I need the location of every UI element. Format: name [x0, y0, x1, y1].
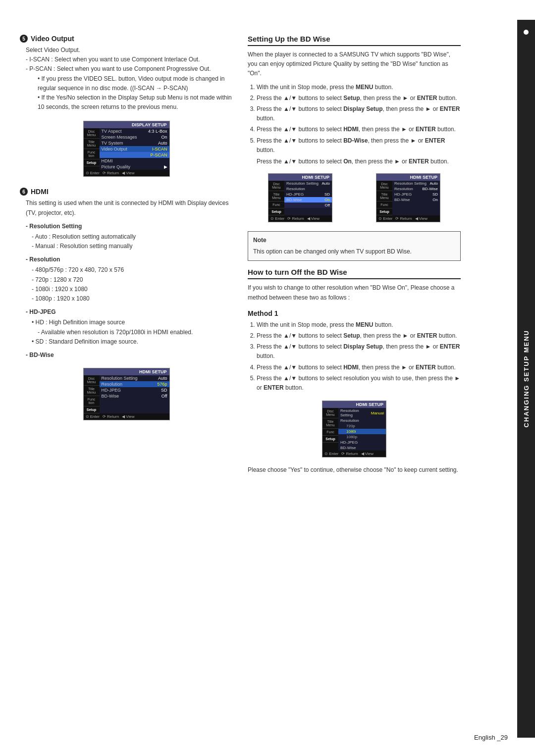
- hf-enter: ⊙ Enter: [86, 414, 100, 419]
- display-setup-body: DiscMenu TitleMenu Function Setup TV Asp…: [84, 128, 169, 170]
- m1s-title: HDMI SETUP: [322, 401, 386, 408]
- screen-messages: Screen MessagesOn: [100, 134, 169, 140]
- bdw-step4: Press the ▲/▼ buttons to select HDMI, th…: [257, 125, 461, 134]
- video-output-header: 5 Video Output: [20, 35, 233, 43]
- hf-view: ◀ View: [122, 414, 134, 419]
- hdmi-screen-footer: ⊙ Enter ⟳ Return ◀ View: [84, 413, 169, 420]
- method1-section: Method 1 With the unit in Stop mode, pre…: [248, 309, 461, 393]
- hdmi-intro: This setting is used when the unit is co…: [26, 199, 233, 217]
- method1-title: Method 1: [248, 309, 461, 317]
- screen-video-output-iscan: Video OutputI-SCAN: [100, 146, 169, 152]
- main-content: 5 Video Output Select Video Output. - I-…: [0, 20, 517, 736]
- hn-disc-menu: DiscMenu: [84, 375, 100, 386]
- method1-screen-container: HDMI SETUP DiscMenu TitleMenu Func Setup…: [248, 397, 461, 461]
- hdmi-screen-main: Resolution SettingAuto Resolution576p HD…: [100, 375, 169, 413]
- bds1-title: HDMI SETUP: [268, 174, 332, 181]
- bd-wise-screen1: HDMI SETUP DiscMenu TitleMenu Func Setup…: [268, 173, 332, 222]
- res-720: - 720p : 1280 x 720: [32, 275, 233, 285]
- bds2-n3: Func: [376, 202, 392, 208]
- m1s-nav: DiscMenu TitleMenu Func Setup: [322, 408, 338, 451]
- resolution-items: - 480p/576p : 720 x 480, 720 x 576 - 720…: [32, 265, 233, 303]
- bds2-main: Resolution SettingAuto ResolutionBD-Wise…: [392, 181, 440, 215]
- bds2-nav: DiscMenu TitleMenu Func Setup: [376, 181, 392, 215]
- bds1-footer: ⊙ Enter ⟳ Return ◀ View: [268, 215, 332, 222]
- screen-tv-aspect: TV Aspect4:3 L-Box: [100, 128, 169, 134]
- bd-wise-setup-title: Setting Up the BD Wise: [248, 35, 461, 46]
- resolution-setting-items: - Auto : Resolution setting automaticall…: [32, 232, 233, 251]
- m1-step5: Press the ▲/▼ buttons to select resoluti…: [257, 374, 461, 393]
- page-number: English _29: [474, 734, 508, 741]
- note-title: Note: [253, 236, 455, 245]
- method1-screen: HDMI SETUP DiscMenu TitleMenu Func Setup…: [322, 401, 386, 457]
- sidebar: CHANGING SETUP MENU: [517, 20, 535, 738]
- bds2-n1: DiscMenu: [376, 181, 392, 191]
- bds2-n4: Setup: [376, 208, 392, 215]
- m1-step2: Press the ▲/▼ buttons to select Setup, t…: [257, 331, 461, 341]
- hdmi-setup-title: HDMI SETUP: [84, 368, 169, 375]
- hn-function: Function: [84, 396, 100, 406]
- hd-sd: • SD : Standard Definition image source.: [32, 337, 233, 347]
- bdw-step1: With the unit in Stop mode, press the ME…: [257, 83, 461, 92]
- m1s-main: Resolution SettingManual Resolution 720p…: [338, 408, 386, 451]
- bds2-body: DiscMenu TitleMenu Func Setup Resolution…: [376, 181, 440, 215]
- note-yesno: • If the Yes/No selection in the Display…: [38, 93, 233, 112]
- bdw-step3: Press the ▲/▼ buttons to select Display …: [257, 104, 461, 123]
- nav-function: Function: [84, 149, 100, 159]
- rs-manual: - Manual : Resolution setting manually: [32, 242, 233, 251]
- sidebar-label: CHANGING SETUP MENU: [523, 330, 530, 427]
- res-1080p: - 1080p : 1920 x 1080: [32, 294, 233, 303]
- res-1080i: - 1080i : 1920 x 1080: [32, 285, 233, 294]
- sidebar-dot: [524, 30, 529, 35]
- footer-view: ◀ View: [122, 171, 134, 175]
- bds1f-enter: ⊙ Enter: [270, 216, 284, 221]
- bds1-main: Resolution SettingAuto Resolution HD-JPE…: [284, 181, 332, 215]
- bds1-body: DiscMenu TitleMenu Func Setup Resolution…: [268, 181, 332, 215]
- video-output-notes: • If you press the VIDEO SEL. button, Vi…: [38, 74, 233, 112]
- bdw-step2: Press the ▲/▼ buttons to select Setup, t…: [257, 94, 461, 103]
- m1s-720p: 720p: [338, 423, 386, 429]
- hd-hd: • HD : High Definition image source: [32, 318, 233, 327]
- m1s-resolution: Resolution: [338, 418, 386, 423]
- hdmi-subsections: - Resolution Setting - Auto : Resolution…: [26, 222, 233, 360]
- m1s-1080p: 1080p: [338, 434, 386, 440]
- left-column: 5 Video Output Select Video Output. - I-…: [20, 35, 233, 721]
- m1n1: DiscMenu: [322, 408, 338, 418]
- bds1-bdwise-on: BD-WiseOn: [284, 197, 332, 202]
- circle-6: 6: [20, 188, 28, 196]
- hdmi-setup-screen: HDMI SETUP DiscMenu TitleMenu Function S…: [83, 368, 170, 420]
- video-output-title: Video Output: [31, 35, 74, 43]
- bd-wise-screens: HDMI SETUP DiscMenu TitleMenu Func Setup…: [248, 169, 461, 226]
- screen-nav: DiscMenu TitleMenu Function Setup: [84, 128, 100, 170]
- how-to-intro: If you wish to change to other resolutio…: [248, 283, 461, 302]
- bds2-n2: TitleMenu: [376, 191, 392, 202]
- footer-return: ⟳ Return: [103, 171, 119, 175]
- bds2-title: HDMI SETUP: [376, 174, 440, 181]
- bd-wise-setup-section: Setting Up the BD Wise When the player i…: [248, 35, 461, 166]
- display-setup-title: DISPLAY SETUP: [84, 121, 169, 128]
- rs-auto: - Auto : Resolution setting automaticall…: [32, 232, 233, 242]
- bds1-res-setting: Resolution SettingAuto: [284, 181, 332, 186]
- res-480: - 480p/576p : 720 x 480, 720 x 576: [32, 265, 233, 275]
- bds2-res-setting: Resolution SettingAuto: [392, 181, 440, 186]
- m1s-res-setting: Resolution SettingManual: [338, 408, 386, 418]
- m1-step4: Press the ▲/▼ buttons to select HDMI, th…: [257, 363, 461, 372]
- note-text: This option can be changed only when TV …: [253, 247, 455, 256]
- m1-step1: With the unit in Stop mode, press the ME…: [257, 320, 461, 330]
- bd-wise-steps: With the unit in Stop mode, press the ME…: [248, 83, 461, 155]
- bds1-bdwise-off: Off: [284, 202, 332, 208]
- bdw-step5: Press the ▲/▼ buttons to select BD-Wise,…: [257, 136, 461, 155]
- display-setup-screen-container: DISPLAY SETUP DiscMenu TitleMenu Functio…: [20, 117, 233, 181]
- hn-setup: Setup: [84, 406, 100, 413]
- hdmi-resolution: Resolution576p: [100, 381, 169, 387]
- method1-steps: With the unit in Stop mode, press the ME…: [248, 320, 461, 393]
- note-box: Note This option can be changed only whe…: [248, 231, 461, 261]
- hdjpeg-label: - HD-JPEG: [26, 307, 233, 317]
- m1n4: Setup: [322, 436, 338, 443]
- bds2f-view: ◀ View: [415, 216, 428, 221]
- m1s-1080i: 1080i: [338, 429, 386, 434]
- bd-wise-intro: When the player is connected to a SAMSUN…: [248, 50, 461, 79]
- nav-title-menu: TitleMenu: [84, 139, 100, 149]
- m1s-bdwise: BD-Wise: [338, 445, 386, 451]
- video-output-section: 5 Video Output Select Video Output. - I-…: [20, 35, 233, 112]
- bds2-bdwise: BD-WiseOn: [392, 197, 440, 202]
